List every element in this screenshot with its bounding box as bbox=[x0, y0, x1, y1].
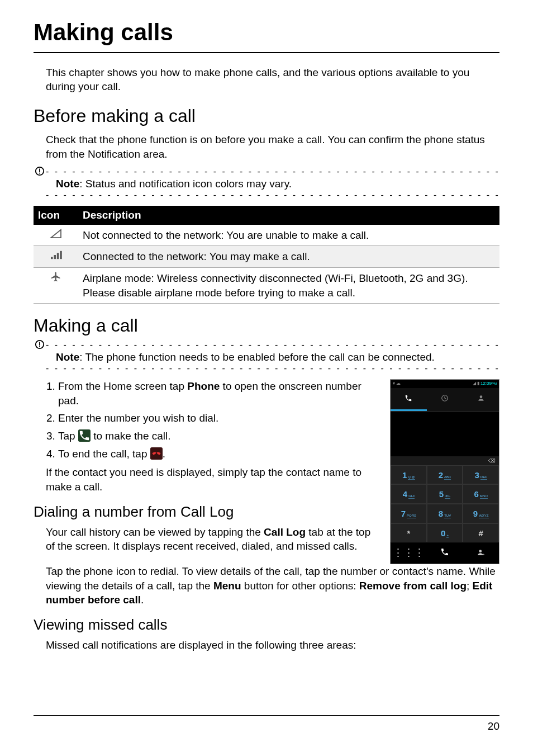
col-header-description: Description bbox=[78, 206, 499, 225]
steps-list: From the Home screen tap Phone to open t… bbox=[46, 379, 380, 461]
add-contact-icon[interactable]: + bbox=[463, 542, 499, 564]
heading-before-call: Before making a call bbox=[34, 104, 499, 128]
call-log-p2: Tap the phone icon to redial. To view de… bbox=[46, 564, 499, 607]
page-footer: 20 bbox=[34, 715, 499, 734]
svg-rect-11 bbox=[150, 447, 163, 460]
desc-cell: Connected to the network: You may make a… bbox=[78, 246, 499, 268]
svg-point-14 bbox=[479, 550, 482, 553]
svg-rect-5 bbox=[57, 253, 59, 259]
note-text: Note: The phone function needs to be ena… bbox=[56, 350, 499, 365]
alert-icon bbox=[35, 166, 45, 176]
status-time: 12:09 bbox=[480, 381, 492, 386]
status-bar: ▾ ☁ ◢ ▮ 12:09PM bbox=[391, 380, 499, 388]
note-block-phone-enabled: - - - - - - - - - - - - - - - - - - - - … bbox=[46, 342, 499, 371]
page-number: 20 bbox=[488, 720, 499, 732]
grid-icon[interactable]: ⋮⋮⋮ bbox=[391, 542, 427, 564]
heading-making-call: Making a call bbox=[34, 314, 499, 338]
key-0[interactable]: 0+ bbox=[427, 523, 463, 543]
tab-dialer[interactable] bbox=[391, 388, 427, 411]
contact-tap-text: If the contact you need is displayed, si… bbox=[46, 465, 380, 494]
key-star[interactable]: * bbox=[391, 523, 427, 543]
backspace-button[interactable]: ⌫ bbox=[391, 456, 499, 465]
status-battery-icon: ▮ bbox=[477, 381, 479, 386]
heading-call-log: Dialing a number from Call Log bbox=[34, 502, 380, 522]
before-call-body: Check that the phone function is on befo… bbox=[46, 133, 499, 161]
heading-missed-calls: Viewing missed calls bbox=[34, 615, 499, 635]
end-call-icon bbox=[150, 447, 163, 460]
signal-bars-icon bbox=[34, 246, 78, 268]
step-1: From the Home screen tap Phone to open t… bbox=[58, 379, 380, 408]
svg-rect-9 bbox=[39, 346, 40, 347]
note-text: Note: Status and notification icon color… bbox=[56, 177, 499, 191]
key-4[interactable]: 4GHI bbox=[391, 484, 427, 504]
dialpad: 1Q.@ 2ABC 3DEF 4GHI 5JKL 6MNO 7PQRS 8TUV… bbox=[391, 465, 499, 543]
table-row: Airplane mode: Wireless connectivity dis… bbox=[34, 268, 499, 304]
svg-rect-1 bbox=[39, 169, 40, 172]
desc-cell: Airplane mode: Wireless connectivity dis… bbox=[78, 268, 499, 304]
desc-cell: Not connected to the network: You are un… bbox=[78, 225, 499, 246]
svg-rect-2 bbox=[39, 173, 40, 174]
dialer-screenshot: ▾ ☁ ◢ ▮ 12:09PM ⌫ 1Q.@ 2ABC 3DEF 4GHI 5J… bbox=[390, 379, 499, 564]
key-8[interactable]: 8TUV bbox=[427, 504, 463, 523]
key-3[interactable]: 3DEF bbox=[463, 465, 499, 485]
step-4: To end the call, tap . bbox=[58, 447, 380, 461]
svg-rect-8 bbox=[39, 342, 40, 346]
svg-rect-3 bbox=[51, 257, 53, 259]
chapter-title: Making calls bbox=[34, 17, 499, 49]
note-block-status-icons: - - - - - - - - - - - - - - - - - - - - … bbox=[46, 169, 499, 198]
table-row: Connected to the network: You may make a… bbox=[34, 246, 499, 268]
key-1[interactable]: 1Q.@ bbox=[391, 465, 427, 485]
title-rule bbox=[34, 52, 499, 53]
svg-rect-4 bbox=[54, 255, 56, 259]
icon-description-table: Icon Description Not connected to the ne… bbox=[34, 206, 499, 304]
call-log-p1: Your call history can be viewed by tappi… bbox=[46, 525, 380, 554]
table-header-row: Icon Description bbox=[34, 206, 499, 225]
status-signal-icon: ◢ bbox=[473, 381, 476, 386]
airplane-icon bbox=[34, 268, 78, 304]
missed-calls-body: Missed call notifications are displayed … bbox=[46, 638, 499, 653]
alert-icon bbox=[35, 339, 45, 349]
step-3: Tap to make the call. bbox=[58, 429, 380, 443]
status-left-icons: ▾ ☁ bbox=[393, 381, 401, 387]
intro-text: This chapter shows you how to make phone… bbox=[46, 65, 499, 94]
svg-text:+: + bbox=[483, 552, 485, 556]
key-2[interactable]: 2ABC bbox=[427, 465, 463, 485]
key-9[interactable]: 9WXYZ bbox=[463, 504, 499, 523]
svg-rect-6 bbox=[60, 251, 62, 259]
svg-point-13 bbox=[479, 395, 482, 398]
signal-none-icon bbox=[34, 225, 78, 246]
key-hash[interactable]: # bbox=[463, 523, 499, 543]
number-display bbox=[391, 412, 499, 456]
tab-contacts[interactable] bbox=[463, 388, 499, 411]
call-icon bbox=[78, 429, 91, 442]
tab-recent[interactable] bbox=[427, 388, 463, 411]
col-header-icon: Icon bbox=[34, 206, 78, 225]
key-7[interactable]: 7PQRS bbox=[391, 504, 427, 523]
table-row: Not connected to the network: You are un… bbox=[34, 225, 499, 246]
key-6[interactable]: 6MNO bbox=[463, 484, 499, 504]
call-button[interactable] bbox=[427, 542, 463, 564]
step-2: Enter the number you wish to dial. bbox=[58, 411, 380, 426]
key-5[interactable]: 5JKL bbox=[427, 484, 463, 504]
